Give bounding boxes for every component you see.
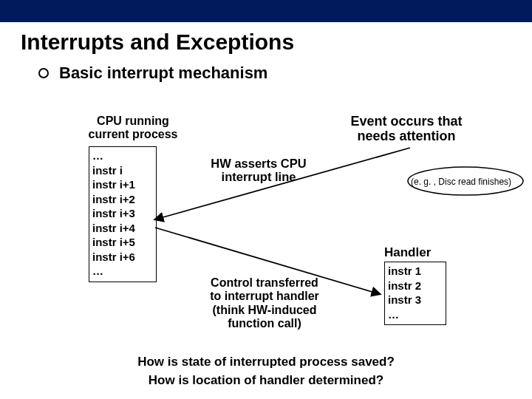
bullet-row: Basic interrupt mechanism — [38, 64, 532, 83]
list-item: instr i+1 — [92, 177, 153, 192]
top-bar — [0, 0, 532, 22]
list-item: … — [388, 307, 443, 322]
slide-title: Interrupts and Exceptions — [21, 30, 532, 55]
list-item: instr i+5 — [92, 235, 153, 250]
list-item: instr 1 — [388, 264, 443, 279]
list-item: instr i+3 — [92, 206, 153, 221]
list-item: … — [92, 264, 153, 279]
cpu-running-title: CPU runningcurrent process — [78, 115, 188, 142]
list-item: instr 2 — [388, 279, 443, 293]
control-transferred-label: Control transferredto interrupt handler(… — [183, 276, 346, 331]
hw-asserts-label: HW asserts CPUinterrupt line — [189, 157, 328, 183]
cpu-instr-box: … instr i instr i+1 instr i+2 instr i+3 … — [89, 146, 157, 282]
question-state: How is state of interrupted process save… — [0, 355, 532, 369]
list-item: instr 3 — [388, 293, 443, 307]
list-item: instr i+4 — [92, 221, 153, 236]
event-title: Event occurs thatneeds attention — [325, 115, 488, 144]
diagram-arrows — [0, 0, 532, 399]
question-location: How is location of handler determined? — [0, 373, 532, 388]
bullet-text: Basic interrupt mechanism — [59, 64, 267, 83]
example-note: (e. g. , Disc read finishes) — [411, 177, 532, 187]
handler-instr-box: instr 1 instr 2 instr 3 … — [384, 262, 446, 325]
list-item: instr i+6 — [92, 250, 153, 265]
list-item: instr i — [92, 163, 153, 178]
bullet-marker — [38, 68, 49, 78]
list-item: instr i+2 — [92, 192, 153, 207]
list-item: … — [92, 149, 153, 163]
handler-label: Handler — [384, 245, 431, 260]
